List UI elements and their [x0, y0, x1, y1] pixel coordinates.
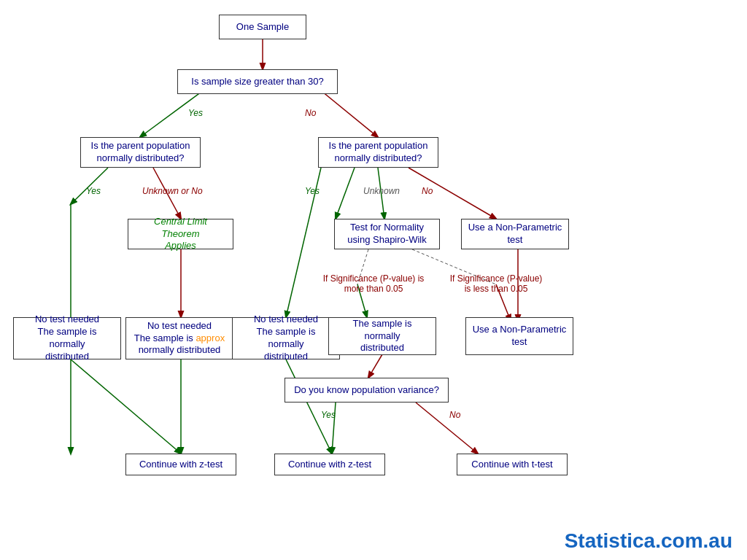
unknown-no-label: Unknown or No [142, 186, 203, 196]
sig-less-label: If Significance (P-value)is less than 0.… [438, 273, 554, 294]
normally-dist-box: The sample is normallydistributed [328, 317, 436, 355]
sample-size-box: Is sample size greater than 30? [177, 69, 338, 94]
t-test-box: Continue with t-test [457, 454, 568, 475]
no-test-1-box: No test neededThe sample is normallydist… [13, 317, 121, 359]
yes2-label: Yes [86, 186, 101, 196]
watermark: Statistica.com.au [565, 529, 732, 553]
one-sample-box: One Sample [219, 15, 306, 39]
no4-label: No [449, 410, 460, 420]
svg-line-17 [368, 354, 382, 378]
flowchart: One Sample Is sample size greater than 3… [0, 0, 747, 525]
unknown-label: Unknown [363, 186, 400, 196]
arrows-svg [0, 0, 747, 525]
yes1-label: Yes [188, 108, 203, 118]
no-test-2-box: No test neededThe sample is approxnormal… [125, 317, 233, 359]
parent-pop-left-box: Is the parent populationnormally distrib… [80, 137, 201, 168]
non-param2-box: Use a Non-Parametrictest [465, 317, 573, 355]
yes4-label: Yes [321, 410, 336, 420]
no3-label: No [422, 186, 433, 196]
parent-pop-right-box: Is the parent populationnormally distrib… [318, 137, 438, 168]
non-param1-box: Use a Non-Parametrictest [461, 219, 569, 249]
svg-line-22 [416, 402, 478, 454]
clt-box: Central Limit TheoremApplies [128, 219, 233, 249]
svg-line-20 [286, 359, 332, 454]
normality-test-box: Test for Normalityusing Shapiro-Wilk [334, 219, 440, 249]
sig-more-label: If Significance (P-value) ismore than 0.… [315, 273, 432, 294]
no-test-3-box: No test neededThe sample is normallydist… [232, 317, 340, 359]
z-test-1-box: Continue with z-test [125, 454, 236, 475]
z-test-2-box: Continue with z-test [274, 454, 385, 475]
pop-variance-box: Do you know population variance? [285, 378, 449, 402]
yes3-label: Yes [305, 186, 320, 196]
svg-line-18 [71, 359, 181, 454]
svg-line-8 [336, 168, 355, 219]
no1-label: No [305, 108, 316, 118]
